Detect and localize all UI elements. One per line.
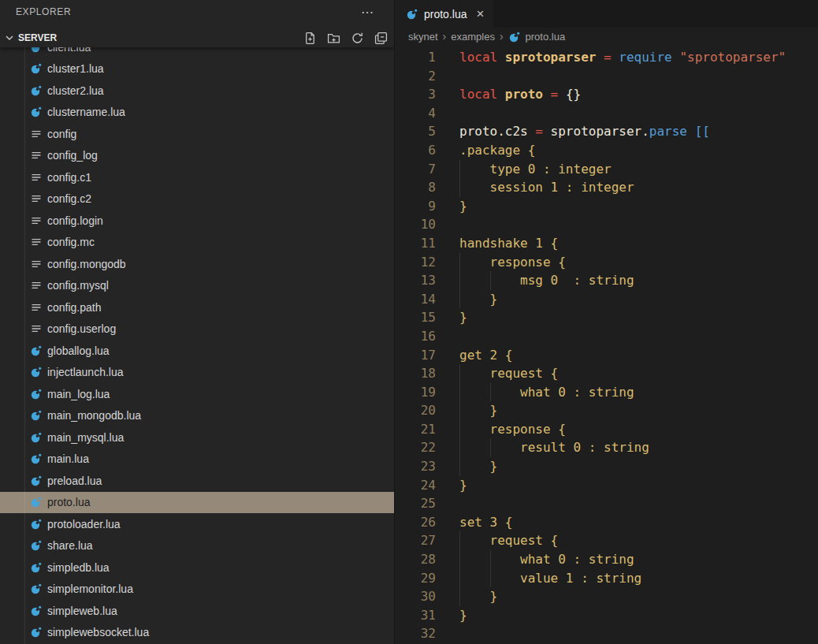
file-item-main_log.lua[interactable]: main_log.lua [0,383,394,405]
code-line[interactable]: 22 result 0 : string [395,438,818,457]
new-file-icon[interactable] [303,32,317,45]
code-line[interactable]: 1local sprotoparser = require "sprotopar… [395,48,818,67]
refresh-icon[interactable] [351,32,364,45]
code-line[interactable]: 4 [395,104,818,123]
file-item-config[interactable]: config [0,123,394,145]
code-line[interactable]: 9} [395,197,818,216]
lua-file-icon [508,31,521,43]
line-number: 31 [395,606,436,625]
file-name: clustername.lua [47,106,125,118]
code-line[interactable]: 29 value 1 : string [395,569,818,588]
code-line[interactable]: 31} [395,606,818,625]
new-folder-icon[interactable] [327,32,340,45]
lua-file-icon [30,84,43,97]
code-text [459,494,818,513]
lua-file-icon [30,518,43,530]
code-line[interactable]: 12 response { [395,253,818,272]
lua-file-icon [30,452,43,465]
code-line[interactable]: 27 request { [395,531,818,550]
file-item-cluster2.lua[interactable]: cluster2.lua [0,80,394,102]
tab-proto-lua[interactable]: proto.lua × [395,0,493,28]
config-file-icon [30,301,43,314]
file-name: simplewebsocket.lua [47,626,149,638]
file-item-preload.lua[interactable]: preload.lua [0,470,394,492]
code-line[interactable]: 18 request { [395,364,818,383]
file-item-config.userlog[interactable]: config.userlog [0,318,394,341]
file-item-clustername.lua[interactable]: clustername.lua [0,102,394,124]
code-text [459,67,818,86]
file-item-config.mongodb[interactable]: config.mongodb [0,253,394,275]
breadcrumb-item-skynet[interactable]: skynet [408,31,438,43]
file-item-cluster1.lua[interactable]: cluster1.lua [0,58,394,80]
code-line[interactable]: 23 } [395,457,818,476]
more-actions-icon[interactable]: ⋯ [361,5,374,20]
file-item-main_mysql.lua[interactable]: main_mysql.lua [0,426,394,449]
editor-pane: proto.lua × skynet › examples › proto.lu… [395,0,818,644]
code-line[interactable]: 20 } [395,401,818,420]
code-line[interactable]: 17get 2 { [395,346,818,365]
code-line[interactable]: 25 [395,494,818,513]
file-item-config.mc[interactable]: config.mc [0,232,394,254]
file-item-config.mysql[interactable]: config.mysql [0,275,394,297]
file-name: main.lua [47,452,89,465]
file-item-proto.lua[interactable]: proto.lua [0,492,394,514]
file-name: config.path [47,301,102,314]
code-line[interactable]: 28 what 0 : string [395,550,818,569]
file-item-simpledb.lua[interactable]: simpledb.lua [0,557,394,579]
code-line[interactable]: 2 [395,67,818,86]
code-line[interactable]: 14 } [395,290,818,309]
line-number: 27 [395,531,436,550]
line-number: 19 [395,383,436,402]
file-item-main.lua[interactable]: main.lua [0,449,394,471]
breadcrumb-separator-icon: › [443,30,447,43]
code-editor[interactable]: 1local sprotoparser = require "sprotopar… [395,45,818,644]
code-line[interactable]: 11handshake 1 { [395,234,818,253]
file-item-main_mongodb.lua[interactable]: main_mongodb.lua [0,405,394,427]
breadcrumb-item-proto-lua[interactable]: proto.lua [526,31,566,43]
code-line[interactable]: 30 } [395,587,818,606]
explorer-title: EXPLORER [16,6,71,17]
breadcrumb-item-examples[interactable]: examples [451,31,495,43]
code-line[interactable]: 21 response { [395,420,818,439]
lua-file-icon [30,496,43,508]
file-item-config.c1[interactable]: config.c1 [0,166,394,188]
config-file-icon [30,214,43,227]
line-number: 21 [395,420,436,439]
file-item-config.c2[interactable]: config.c2 [0,188,394,210]
file-item-simplewebsocket.lua[interactable]: simplewebsocket.lua [0,622,394,644]
file-item-globallog.lua[interactable]: globallog.lua [0,340,394,362]
file-name: proto.lua [47,496,90,508]
code-line[interactable]: 19 what 0 : string [395,383,818,402]
file-item-config_log[interactable]: config_log [0,145,394,167]
code-text: what 0 : string [459,383,818,402]
file-name: simpledb.lua [47,561,110,574]
file-item-share.lua[interactable]: share.lua [0,535,394,557]
code-line[interactable]: 24} [395,476,818,495]
line-number: 25 [395,494,436,513]
code-line[interactable]: 32 [395,624,818,643]
code-line[interactable]: 15} [395,308,818,327]
code-line[interactable]: 3local proto = {} [395,85,818,104]
code-line[interactable]: 5proto.c2s = sprotoparser.parse [[ [395,122,818,141]
close-icon[interactable]: × [476,7,484,20]
code-line[interactable]: 7 type 0 : integer [395,160,818,179]
file-item-config.path[interactable]: config.path [0,296,394,318]
file-item-simplemonitor.lua[interactable]: simplemonitor.lua [0,579,394,601]
file-item-injectlaunch.lua[interactable]: injectlaunch.lua [0,362,394,384]
file-item-config.login[interactable]: config.login [0,210,394,232]
file-item-simpleweb.lua[interactable]: simpleweb.lua [0,600,394,622]
indent-guide [459,457,460,476]
section-header-server[interactable]: SERVER [0,28,394,47]
code-line[interactable]: 10 [395,215,818,234]
code-line[interactable]: 13 msg 0 : string [395,271,818,290]
code-line[interactable]: 8 session 1 : integer [395,178,818,197]
code-line[interactable]: 6.package { [395,141,818,160]
indent-guide [459,550,460,569]
code-line[interactable]: 16 [395,327,818,346]
code-line[interactable]: 26set 3 { [395,513,818,532]
collapse-all-icon[interactable] [374,32,388,45]
lua-file-icon [30,388,43,400]
line-number: 24 [395,476,436,495]
file-name: config.userlog [47,322,116,335]
file-item-protoloader.lua[interactable]: protoloader.lua [0,513,394,535]
